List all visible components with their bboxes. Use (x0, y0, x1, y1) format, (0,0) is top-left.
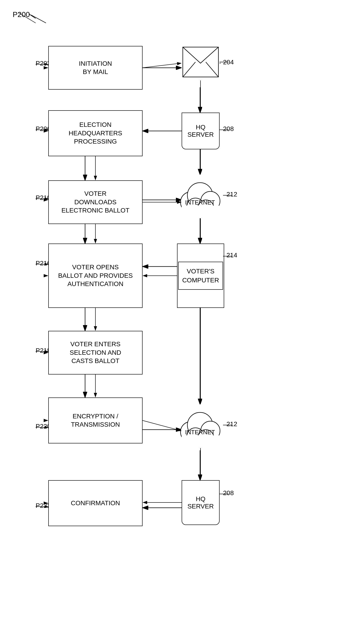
confirmation-box: CONFIRMATION (48, 480, 143, 526)
label-204: 204 (223, 58, 234, 66)
all-arrows (0, 0, 355, 644)
svg-line-67 (143, 63, 181, 68)
election-hq-box: ELECTION HEADQUARTERS PROCESSING (48, 110, 143, 156)
label-214: 214 (226, 252, 237, 259)
svg-line-79 (143, 420, 181, 431)
voters-computer: VOTER'S COMPUTER (177, 244, 224, 308)
svg-text:INTERNET: INTERNET (185, 199, 215, 206)
voter-opens-box: VOTER OPENS BALLOT AND PROVIDES AUTHENTI… (48, 244, 143, 308)
svg-text:INTERNET: INTERNET (185, 429, 215, 436)
internet-cloud-top: INTERNET (177, 174, 223, 218)
label-212-top: 212 (226, 191, 237, 198)
diagram-container: P200 (0, 0, 355, 644)
svg-line-58 (31, 15, 46, 23)
internet-cloud-bottom: INTERNET (177, 404, 223, 448)
svg-rect-43 (182, 206, 220, 218)
label-212-bottom: 212 (226, 420, 237, 428)
label-208-top: 208 (223, 125, 234, 132)
initiation-box: INITIATION BY MAIL (48, 46, 143, 90)
envelope-204 (182, 46, 220, 80)
label-208-bottom: 208 (223, 490, 234, 497)
svg-rect-53 (182, 436, 220, 448)
encryption-box: ENCRYPTION / TRANSMISSION (48, 398, 143, 444)
voter-downloads-box: VOTER DOWNLOADS ELECTRONIC BALLOT (48, 180, 143, 224)
figure-label: P200 (13, 10, 30, 19)
hq-server-bottom: HQ SERVER (182, 480, 220, 525)
voter-enters-box: VOTER ENTERS SELECTION AND CASTS BALLOT (48, 331, 143, 374)
hq-server-top: HQ SERVER (182, 112, 220, 149)
flow-arrows (0, 0, 355, 644)
